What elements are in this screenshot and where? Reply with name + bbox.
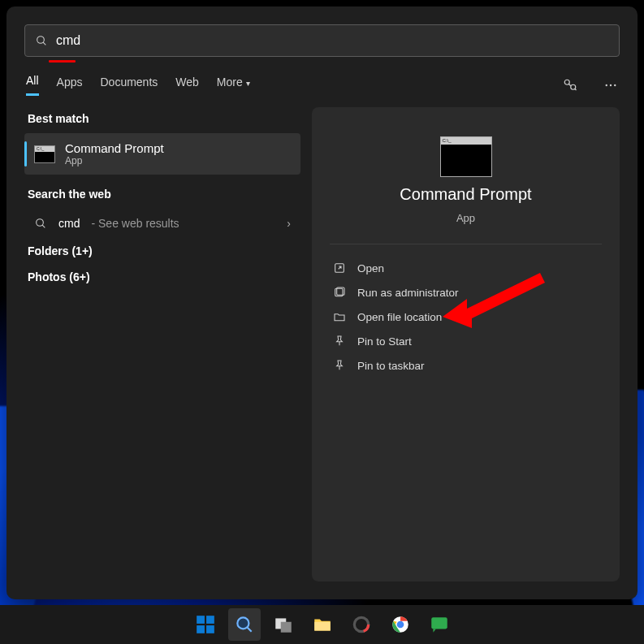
preview-title: Command Prompt <box>400 185 531 204</box>
svg-point-4 <box>606 84 607 85</box>
action-pin-start[interactable]: Pin to Start <box>330 329 602 353</box>
svg-point-5 <box>610 84 612 85</box>
result-title: Command Prompt <box>65 141 164 155</box>
search-icon <box>34 217 47 230</box>
svg-point-7 <box>37 219 44 227</box>
preview-app-icon: C:\_ <box>440 136 492 177</box>
svg-rect-20 <box>280 622 291 633</box>
result-command-prompt[interactable]: C:\_ Command Prompt App <box>24 133 300 175</box>
action-label: Open file location <box>357 311 442 323</box>
action-open[interactable]: Open <box>330 256 602 280</box>
action-run-admin[interactable]: Run as administrator <box>330 280 602 305</box>
photos-row[interactable]: Photos (6+) <box>24 264 300 290</box>
chrome-button[interactable] <box>384 608 417 641</box>
svg-point-17 <box>237 617 249 629</box>
app-o-button[interactable] <box>345 608 378 641</box>
svg-point-6 <box>614 84 616 85</box>
folder-icon <box>333 310 346 323</box>
folders-row[interactable]: Folders (1+) <box>24 238 300 264</box>
tab-web[interactable]: Web <box>175 76 199 95</box>
start-search-panel: All Apps Documents Web More▾ Best match … <box>6 6 638 599</box>
tab-more[interactable]: More▾ <box>217 76 250 95</box>
svg-rect-14 <box>206 616 214 624</box>
svg-point-2 <box>564 80 569 84</box>
search-icon <box>35 34 48 47</box>
file-explorer-button[interactable] <box>306 608 339 641</box>
tab-documents[interactable]: Documents <box>100 76 158 95</box>
action-label: Pin to Start <box>357 335 412 348</box>
action-pin-taskbar[interactable]: Pin to taskbar <box>330 353 602 378</box>
preview-pane: C:\_ Command Prompt App Open Run as admi… <box>312 107 620 581</box>
pin-icon <box>333 335 346 348</box>
action-label: Pin to taskbar <box>357 360 425 372</box>
pin-icon <box>333 359 346 372</box>
search-taskbar-button[interactable] <box>228 608 261 641</box>
command-prompt-icon: C:\_ <box>34 145 55 163</box>
admin-icon <box>333 286 346 299</box>
search-options-icon[interactable] <box>563 78 577 93</box>
filter-tabs: All Apps Documents Web More▾ <box>6 63 638 97</box>
more-options-icon[interactable] <box>603 78 618 93</box>
chat-button[interactable] <box>423 608 456 641</box>
search-input[interactable] <box>56 33 609 48</box>
search-web-header: Search the web <box>28 188 297 201</box>
selection-indicator <box>24 141 27 166</box>
result-subtitle: App <box>65 155 164 166</box>
svg-point-0 <box>37 37 45 44</box>
best-match-header: Best match <box>28 112 297 125</box>
preview-sub: App <box>456 212 475 224</box>
action-list: Open Run as administrator Open file loca… <box>330 244 602 378</box>
web-query: cmd <box>58 217 80 230</box>
svg-rect-13 <box>197 616 205 624</box>
chevron-right-icon: › <box>287 217 291 230</box>
start-button[interactable] <box>189 608 222 641</box>
task-view-button[interactable] <box>267 608 300 641</box>
web-suffix: - See web results <box>91 217 179 230</box>
svg-point-25 <box>396 621 404 629</box>
action-open-location[interactable]: Open file location <box>330 305 602 329</box>
results-column: Best match C:\_ Command Prompt App Searc… <box>24 107 300 581</box>
svg-rect-21 <box>314 622 331 631</box>
taskbar <box>0 605 644 644</box>
action-label: Open <box>357 262 384 274</box>
search-box[interactable] <box>24 24 620 57</box>
svg-rect-16 <box>206 625 214 633</box>
svg-line-1 <box>43 42 45 45</box>
action-label: Run as administrator <box>357 287 459 299</box>
open-icon <box>333 261 346 274</box>
svg-point-3 <box>571 84 576 89</box>
tab-all[interactable]: All <box>26 74 39 96</box>
svg-rect-26 <box>431 617 447 629</box>
see-web-results[interactable]: cmd - See web results › <box>24 209 300 238</box>
svg-line-8 <box>42 225 45 227</box>
svg-line-18 <box>247 627 251 631</box>
tab-apps[interactable]: Apps <box>57 76 83 95</box>
chevron-down-icon: ▾ <box>246 79 250 88</box>
svg-rect-15 <box>197 625 205 633</box>
